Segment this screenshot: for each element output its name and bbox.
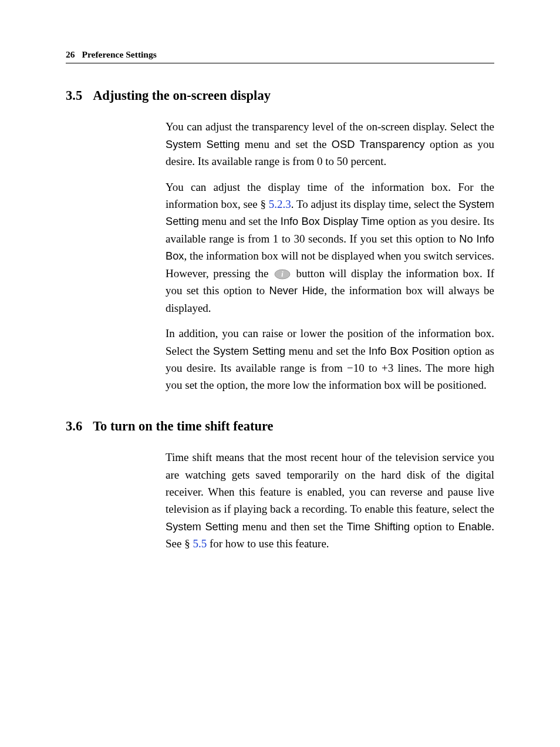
paragraph: You can adjust the display time of the i… [166,179,494,317]
section-heading-3-6: 3.6To turn on the time shift feature [66,418,494,435]
chapter-title: Preference Settings [82,49,157,59]
body-text: menu and set the [285,345,369,357]
ui-term-info-box-position: Info Box Position [369,345,450,357]
document-page: 26Preference Settings 3.5Adjusting the o… [0,0,560,747]
body-text: to [365,362,382,374]
range-low: −10 [347,362,365,374]
range-high: +3 [382,362,393,374]
ui-term-time-shifting: Time Shifting [347,520,410,533]
cross-reference-link[interactable]: 5.2.3 [269,198,291,210]
running-header: 26Preference Settings [66,49,494,63]
ui-term-osd-transparency: OSD Transparency [332,138,425,150]
body-text: menu and then set the [238,520,347,533]
body-text: for how to use this feature. [207,537,329,550]
paragraph: You can adjust the transparency level of… [166,118,494,170]
ui-term-system-setting: System Setting [166,138,239,150]
body-text: Time shift means that the most recent ho… [166,451,494,515]
section-body-3-5: You can adjust the transparency level of… [166,118,494,394]
paragraph: In addition, you can raise or lower the … [166,325,494,394]
ui-term-system-setting: System Setting [213,345,285,357]
section-title: Adjusting the on-screen display [93,88,271,103]
ui-term-system-setting: System Setting [166,520,238,533]
body-text: menu and set the [199,215,281,227]
section-number: 3.6 [66,419,82,433]
ui-term-info-box-display-time: Info Box Display Time [281,215,384,227]
cross-reference-link[interactable]: 5.5 [193,537,207,550]
section-title: To turn on the time shift feature [93,419,274,433]
page-number: 26 [66,49,75,59]
ui-term-enable: Enable [458,520,491,533]
section-heading-3-5: 3.5Adjusting the on-screen display [66,87,494,104]
paragraph: Time shift means that the most recent ho… [166,449,494,553]
body-text: menu and set the [239,138,331,150]
section-body-3-6: Time shift means that the most recent ho… [166,449,494,553]
ui-term-never-hide: Never Hide [269,284,325,297]
section-number: 3.5 [66,88,82,103]
info-button-icon: i [274,269,291,280]
body-text: option to [410,520,458,533]
body-text: You can adjust the transparency level of… [166,120,494,133]
body-text: . To adjust its display time, select the [291,198,458,210]
